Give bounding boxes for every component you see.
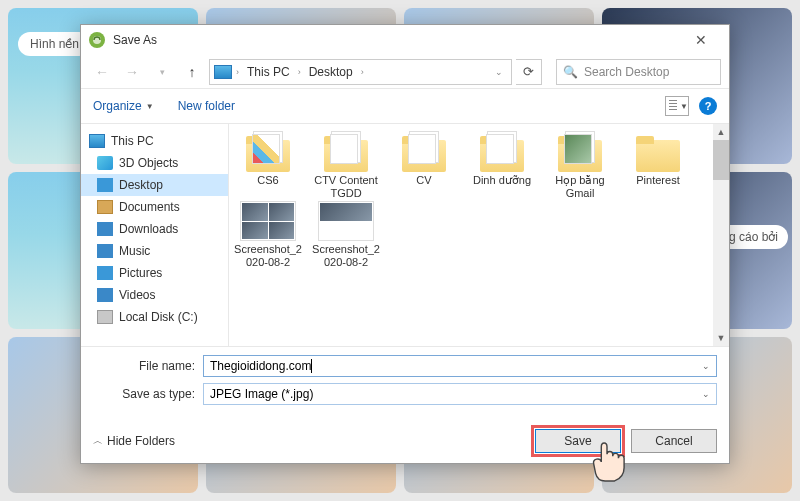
chevron-down-icon[interactable]: ⌄: [702, 389, 710, 399]
videos-icon: [97, 288, 113, 302]
save-as-dialog: Save As ✕ ← → ▾ ↑ › This PC › Desktop › …: [80, 24, 730, 464]
folder-item[interactable]: Pinterest: [623, 132, 693, 199]
cancel-button[interactable]: Cancel: [631, 429, 717, 453]
chevron-up-icon: ︿: [93, 434, 103, 448]
help-button[interactable]: ?: [699, 97, 717, 115]
downloads-icon: [97, 222, 113, 236]
tree-item-videos[interactable]: Videos: [81, 284, 228, 306]
view-toggle-button[interactable]: ▼: [665, 96, 689, 116]
disk-icon: [97, 310, 113, 324]
refresh-button[interactable]: ⟳: [516, 59, 542, 85]
desktop-icon: [97, 178, 113, 192]
breadcrumb[interactable]: This PC: [243, 63, 294, 81]
nav-bar: ← → ▾ ↑ › This PC › Desktop › ⌄ ⟳ 🔍 Sear…: [81, 55, 729, 89]
filename-label: File name:: [93, 359, 203, 373]
tree-item-pictures[interactable]: Pictures: [81, 262, 228, 284]
filename-input[interactable]: Thegioididong.com ⌄: [203, 355, 717, 377]
scroll-up-icon[interactable]: ▲: [713, 124, 729, 140]
chevron-right-icon: ›: [298, 67, 301, 77]
tree-item-documents[interactable]: Documents: [81, 196, 228, 218]
new-folder-button[interactable]: New folder: [178, 99, 235, 113]
documents-icon: [97, 200, 113, 214]
folder-icon: [556, 132, 604, 172]
scroll-down-icon[interactable]: ▼: [713, 330, 729, 346]
address-bar[interactable]: › This PC › Desktop › ⌄: [209, 59, 512, 85]
tree-item-local-disk[interactable]: Local Disk (C:): [81, 306, 228, 328]
folder-icon: [478, 132, 526, 172]
3d-objects-icon: [97, 156, 113, 170]
scrollbar[interactable]: ▲ ▼: [713, 124, 729, 346]
nav-back-button[interactable]: ←: [89, 59, 115, 85]
tree-item-this-pc[interactable]: This PC: [81, 130, 228, 152]
chevron-down-icon: ▼: [146, 102, 154, 111]
folder-item[interactable]: Họp bằng Gmail: [545, 132, 615, 199]
folder-item[interactable]: Dinh dưỡng: [467, 132, 537, 199]
search-placeholder: Search Desktop: [584, 65, 669, 79]
tree-item-downloads[interactable]: Downloads: [81, 218, 228, 240]
chevron-right-icon: ›: [361, 67, 364, 77]
nav-up-button[interactable]: ↑: [179, 59, 205, 85]
form-area: File name: Thegioididong.com ⌄ Save as t…: [81, 346, 729, 419]
chevron-right-icon: ›: [236, 67, 239, 77]
search-icon: 🔍: [563, 65, 578, 79]
folder-item[interactable]: CV: [389, 132, 459, 199]
nav-forward-button[interactable]: →: [119, 59, 145, 85]
pc-icon: [214, 65, 232, 79]
image-item[interactable]: Screenshot_2020-08-2: [311, 201, 381, 268]
pc-icon: [89, 134, 105, 148]
filetype-label: Save as type:: [93, 387, 203, 401]
toolbar: Organize▼ New folder ▼ ?: [81, 89, 729, 123]
app-icon: [89, 32, 105, 48]
address-dropdown-icon[interactable]: ⌄: [491, 67, 507, 77]
organize-button[interactable]: Organize▼: [93, 99, 154, 113]
nav-tree: This PC 3D Objects Desktop Documents Dow…: [81, 124, 229, 346]
image-thumbnail-icon: [240, 201, 296, 241]
folder-icon: [400, 132, 448, 172]
music-icon: [97, 244, 113, 258]
save-button[interactable]: Save: [535, 429, 621, 453]
folder-item[interactable]: CTV Content TGDD: [311, 132, 381, 199]
folder-icon: [634, 132, 682, 172]
titlebar: Save As ✕: [81, 25, 729, 55]
scroll-thumb[interactable]: [713, 140, 729, 180]
folder-icon: [244, 132, 292, 172]
filetype-select[interactable]: JPEG Image (*.jpg) ⌄: [203, 383, 717, 405]
tree-item-music[interactable]: Music: [81, 240, 228, 262]
pictures-icon: [97, 266, 113, 280]
breadcrumb[interactable]: Desktop: [305, 63, 357, 81]
footer: ︿ Hide Folders Save Cancel: [81, 419, 729, 463]
file-list[interactable]: CS6 CTV Content TGDD CV Dinh dưỡng Họp b…: [229, 124, 729, 346]
chevron-down-icon[interactable]: ⌄: [702, 361, 710, 371]
tree-item-desktop[interactable]: Desktop: [81, 174, 228, 196]
dialog-title: Save As: [113, 33, 157, 47]
search-input[interactable]: 🔍 Search Desktop: [556, 59, 721, 85]
folder-item[interactable]: CS6: [233, 132, 303, 199]
close-button[interactable]: ✕: [681, 26, 721, 54]
nav-recent-button[interactable]: ▾: [149, 59, 175, 85]
image-thumbnail-icon: [318, 201, 374, 241]
image-item[interactable]: Screenshot_2020-08-2: [233, 201, 303, 268]
tree-item-3d-objects[interactable]: 3D Objects: [81, 152, 228, 174]
folder-icon: [322, 132, 370, 172]
hide-folders-toggle[interactable]: ︿ Hide Folders: [93, 434, 175, 448]
